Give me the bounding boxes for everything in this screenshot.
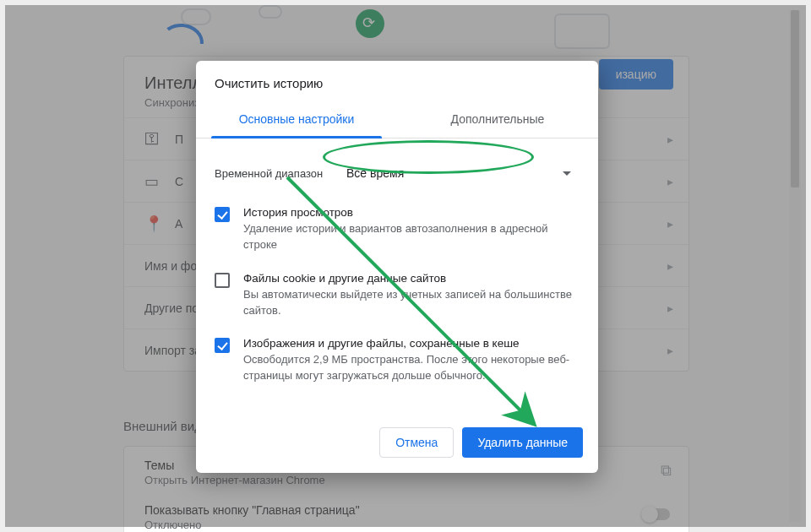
time-range-select[interactable]: Все время (341, 159, 580, 187)
tab-advanced[interactable]: Дополнительные (397, 102, 598, 138)
option-browsing-history: История просмотров Удаление истории и ва… (215, 206, 580, 253)
checkbox-browsing-history[interactable] (215, 207, 230, 222)
dialog-tabs: Основные настройки Дополнительные (196, 102, 598, 138)
chevron-down-icon (563, 171, 571, 180)
tab-basic[interactable]: Основные настройки (196, 102, 397, 138)
time-range-label: Временной диапазон (215, 167, 341, 180)
clear-data-button[interactable]: Удалить данные (462, 427, 583, 458)
checkbox-cache[interactable] (215, 338, 230, 353)
option-cookies: Файлы cookie и другие данные сайтов Вы а… (215, 272, 580, 319)
cancel-button[interactable]: Отмена (379, 427, 454, 458)
option-cache: Изображения и другие файлы, сохраненные … (215, 337, 580, 384)
clear-browsing-data-dialog: Очистить историю Основные настройки Допо… (196, 61, 598, 473)
dialog-title: Очистить историю (196, 61, 598, 102)
checkbox-cookies[interactable] (215, 273, 230, 288)
